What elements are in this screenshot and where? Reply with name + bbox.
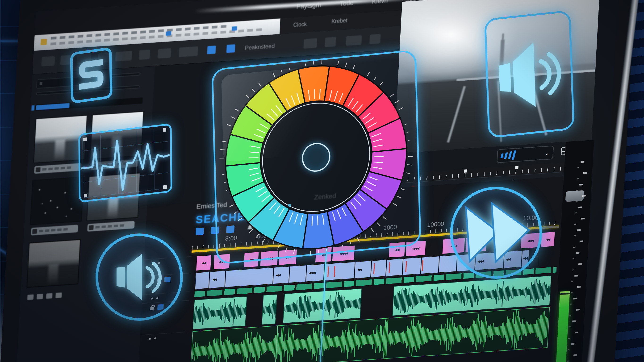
toolbar-label[interactable]: Clock bbox=[293, 21, 307, 28]
toolbar-blue-icon bbox=[232, 26, 237, 31]
level-bar-icon bbox=[512, 150, 516, 160]
marker[interactable] bbox=[464, 169, 467, 173]
bin-tool-icon[interactable] bbox=[56, 292, 62, 298]
bin-tool-icon[interactable] bbox=[27, 294, 34, 300]
audio-panel[interactable] bbox=[484, 10, 575, 138]
clip-glyph: ◂◂◂ bbox=[309, 270, 316, 276]
ekg-trace bbox=[82, 135, 169, 194]
scrollbar-handle[interactable] bbox=[565, 190, 584, 202]
level-bar-icon bbox=[504, 152, 508, 159]
clip-audio-teal[interactable] bbox=[262, 294, 278, 325]
clip-caption bbox=[31, 225, 78, 236]
toolbar-label[interactable]: Krebet bbox=[331, 17, 348, 25]
clip-glyph: ◂◂ bbox=[276, 272, 280, 278]
speaker-icon bbox=[116, 267, 125, 288]
toolbar-color-swatch bbox=[40, 39, 47, 45]
clip-caption bbox=[87, 221, 135, 232]
logo-s-glyph bbox=[79, 62, 103, 87]
fast-forward-button[interactable] bbox=[450, 187, 542, 279]
brand-logo-button[interactable] bbox=[70, 47, 112, 104]
audio-level-dropdown[interactable]: ⌄ bbox=[496, 146, 554, 163]
ruler-label: 10000 bbox=[427, 220, 444, 228]
clip-caption bbox=[34, 163, 82, 174]
level-bar-icon bbox=[508, 152, 512, 159]
chevron-down-icon: ⌄ bbox=[544, 149, 550, 157]
bin-tool-icon[interactable] bbox=[46, 293, 52, 299]
clip-pink[interactable]: ◂◂ bbox=[540, 231, 555, 248]
filter-input[interactable] bbox=[110, 72, 140, 77]
color-wheel[interactable] bbox=[205, 40, 427, 274]
clip-pink[interactable]: ◂◂ bbox=[196, 255, 212, 271]
track-dot-icon[interactable] bbox=[154, 337, 156, 340]
toolbar-blue-icon bbox=[166, 31, 171, 36]
track-toggle[interactable] bbox=[196, 228, 204, 235]
clip-glyph: ◂◂ bbox=[212, 276, 217, 282]
mute-button[interactable] bbox=[96, 234, 183, 321]
clip-thumbnail[interactable] bbox=[30, 177, 84, 225]
clip-audio-teal[interactable] bbox=[192, 296, 247, 330]
speaker-icon bbox=[499, 63, 511, 93]
marker[interactable] bbox=[515, 166, 518, 169]
panel-icon[interactable] bbox=[226, 44, 235, 53]
clip-thumbnail[interactable] bbox=[26, 239, 81, 288]
waveform-monitor-panel[interactable] bbox=[78, 123, 172, 203]
track-dot-icon[interactable] bbox=[148, 338, 151, 340]
clip-glyph: ◂◂ bbox=[357, 266, 362, 272]
stage: PaytsgrhTodeKlevnToolt Clock Krebet Peak… bbox=[0, 0, 644, 362]
color-wheel-panel[interactable] bbox=[211, 49, 421, 264]
bin-tool-icon[interactable] bbox=[36, 294, 43, 300]
panel-label: Peaknsteed bbox=[245, 42, 275, 51]
level-bar-icon bbox=[500, 153, 504, 158]
folder-icon[interactable] bbox=[207, 46, 216, 54]
